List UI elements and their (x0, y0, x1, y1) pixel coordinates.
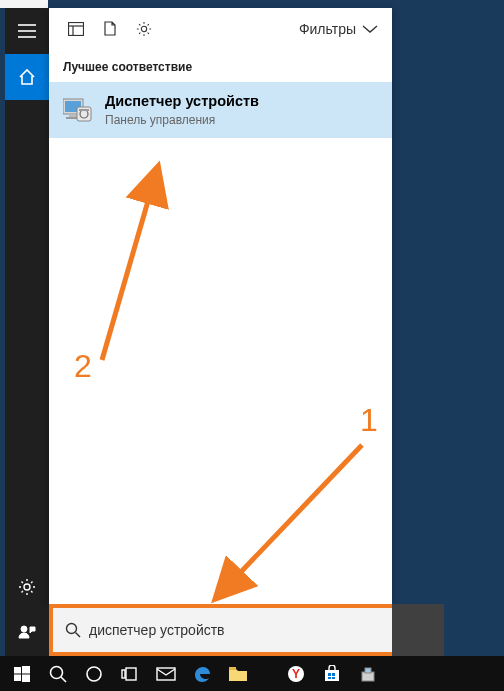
svg-point-24 (87, 667, 101, 681)
svg-rect-32 (332, 673, 335, 676)
search-result-device-manager[interactable]: Диспетчер устройств Панель управления (49, 82, 392, 138)
taskbar: Y (0, 656, 504, 691)
svg-rect-36 (365, 668, 371, 673)
chevron-down-icon (362, 24, 378, 34)
best-match-label: Лучшее соответствие (49, 50, 392, 82)
windows-icon (14, 666, 30, 682)
svg-rect-34 (332, 677, 335, 679)
cortana-icon (85, 665, 103, 683)
svg-rect-11 (69, 114, 77, 117)
search-taskbar-button[interactable] (40, 656, 76, 691)
svg-rect-15 (79, 109, 89, 111)
task-view-button[interactable] (112, 656, 148, 691)
svg-rect-19 (22, 666, 30, 674)
document-icon (104, 21, 116, 36)
mail-icon (156, 667, 176, 681)
svg-rect-28 (229, 667, 236, 670)
window-controls-strip (0, 0, 48, 8)
hamburger-menu-button[interactable] (5, 8, 49, 54)
result-text-block: Диспетчер устройств Панель управления (105, 92, 259, 128)
search-box-extension (392, 604, 444, 656)
svg-rect-25 (126, 668, 136, 680)
feedback-button[interactable] (5, 610, 49, 656)
mail-app-button[interactable] (148, 656, 184, 691)
hamburger-icon (18, 24, 36, 38)
edge-icon (193, 665, 211, 683)
svg-rect-27 (157, 668, 175, 680)
svg-point-22 (51, 666, 63, 678)
svg-point-4 (21, 626, 27, 632)
svg-rect-21 (22, 674, 30, 682)
annotation-label-1: 1 (360, 402, 378, 439)
svg-rect-26 (122, 670, 125, 678)
svg-point-8 (141, 26, 146, 31)
search-box[interactable] (49, 604, 392, 656)
start-button[interactable] (4, 656, 40, 691)
filters-button[interactable]: Фильтры (299, 21, 382, 37)
apps-scope-button[interactable] (59, 8, 93, 50)
search-input[interactable] (89, 622, 392, 638)
device-manager-icon (63, 97, 93, 123)
svg-text:Y: Y (292, 667, 300, 681)
cortana-sidebar (5, 8, 49, 656)
search-results-panel: Фильтры Лучшее соответствие Диспетчер ус… (49, 8, 392, 604)
settings-button[interactable] (5, 564, 49, 610)
store-app-button[interactable] (314, 656, 350, 691)
svg-rect-33 (328, 677, 331, 679)
svg-point-3 (24, 584, 30, 590)
tray-app-icon (360, 666, 376, 682)
svg-line-17 (76, 633, 81, 638)
panel-header: Фильтры (49, 8, 392, 50)
yandex-icon: Y (287, 665, 305, 683)
result-title: Диспетчер устройств (105, 92, 259, 111)
svg-rect-18 (14, 667, 21, 674)
gear-icon (18, 578, 36, 596)
feedback-icon (18, 624, 36, 642)
explorer-app-button[interactable] (220, 656, 256, 691)
gear-icon (136, 21, 152, 37)
result-subtitle: Панель управления (105, 113, 259, 129)
home-icon (18, 68, 36, 86)
filters-label: Фильтры (299, 21, 356, 37)
folder-icon (229, 667, 247, 681)
svg-rect-5 (69, 22, 84, 35)
search-icon (65, 622, 81, 638)
documents-scope-button[interactable] (93, 8, 127, 50)
svg-rect-20 (14, 674, 21, 681)
cortana-taskbar-button[interactable] (76, 656, 112, 691)
settings-scope-button[interactable] (127, 8, 161, 50)
apps-icon (68, 22, 84, 36)
annotation-label-2: 2 (74, 348, 92, 385)
app-button[interactable] (350, 656, 386, 691)
store-icon (323, 665, 341, 683)
svg-point-16 (67, 624, 77, 634)
svg-line-23 (61, 677, 66, 682)
svg-rect-31 (328, 673, 331, 676)
home-button[interactable] (5, 54, 49, 100)
edge-app-button[interactable] (184, 656, 220, 691)
yandex-app-button[interactable]: Y (278, 656, 314, 691)
task-view-icon (121, 667, 139, 681)
search-icon (49, 665, 67, 683)
